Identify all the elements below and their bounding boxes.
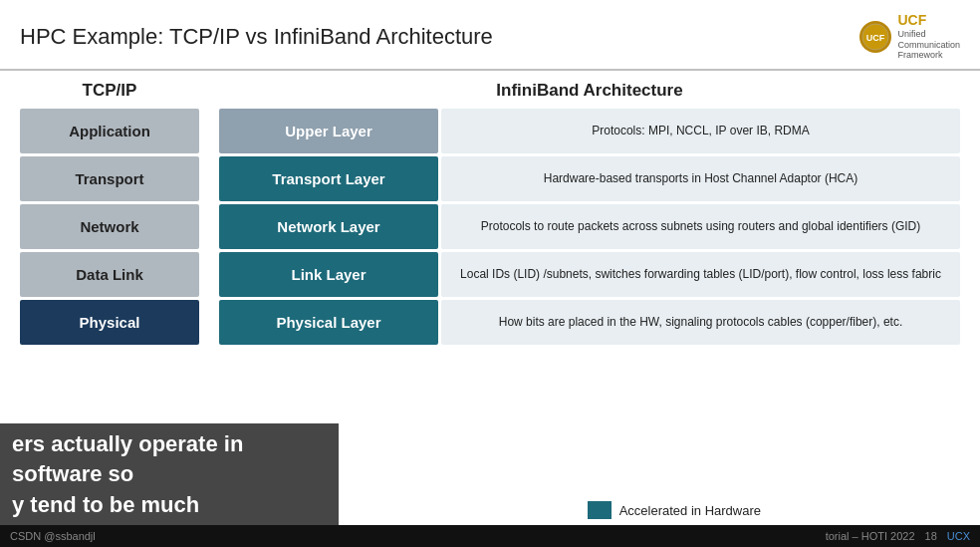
infiniband-grid: Upper Layer Protocols: MPI, NCCL, IP ove…	[219, 109, 960, 345]
tcpip-title: TCP/IP	[20, 81, 199, 101]
ib-desc-transport: Hardware-based transports in Host Channe…	[441, 156, 960, 201]
overlay-line2: y tend to be much	[12, 490, 327, 521]
legend-area: Accelerated in Hardware	[588, 501, 761, 519]
ib-desc-link: Local IDs (LID) /subnets, switches forwa…	[441, 252, 960, 297]
ucf-logo-text: UCF UnifiedCommunicationFramework	[897, 12, 960, 61]
footer-right: torial – HOTI 2022 18 UCX	[826, 530, 970, 542]
tcpip-column: TCP/IP Application Transport Network Dat…	[20, 81, 199, 345]
tcpip-layer-transport: Transport	[20, 156, 199, 201]
ucf-subtext: UnifiedCommunicationFramework	[897, 29, 960, 61]
ib-layer-transport: Transport Layer	[219, 156, 438, 201]
ib-desc-upper: Protocols: MPI, NCCL, IP over IB, RDMA	[441, 109, 960, 153]
slide: HPC Example: TCP/IP vs InfiniBand Archit…	[0, 0, 980, 547]
legend-label: Accelerated in Hardware	[619, 503, 761, 518]
ib-layer-upper: Upper Layer	[219, 109, 438, 153]
slide-number: 18	[925, 530, 937, 542]
legend-color-box	[588, 501, 612, 519]
ib-layer-physical: Physical Layer	[219, 300, 438, 345]
footer-left: CSDN @ssbandjl	[10, 530, 96, 542]
tcpip-layer-physical: Physical	[20, 300, 199, 345]
main-content: TCP/IP Application Transport Network Dat…	[0, 71, 980, 355]
tcpip-layers: Application Transport Network Data Link …	[20, 109, 199, 345]
header: HPC Example: TCP/IP vs InfiniBand Archit…	[0, 0, 980, 71]
infiniband-column: InfiniBand Architecture Upper Layer Prot…	[219, 81, 960, 345]
tcpip-layer-application: Application	[20, 109, 199, 153]
bottom-overlay-text: ers actually operate in software so y te…	[0, 423, 339, 527]
ucf-logo: UCF UCF UnifiedCommunicationFramework	[859, 12, 960, 61]
ucf-name: UCF	[897, 12, 960, 29]
tcpip-layer-datalink: Data Link	[20, 252, 199, 297]
ib-desc-network: Protocols to route packets across subnet…	[441, 204, 960, 249]
ib-desc-physical: How bits are placed in the HW, signaling…	[441, 300, 960, 345]
ib-layer-network: Network Layer	[219, 204, 438, 249]
tcpip-layer-network: Network	[20, 204, 199, 249]
overlay-line1: ers actually operate in software so	[12, 429, 327, 491]
bottom-bar: CSDN @ssbandjl torial – HOTI 2022 18 UCX	[0, 525, 980, 547]
slide-title: HPC Example: TCP/IP vs InfiniBand Archit…	[20, 24, 493, 50]
footer-tutorial: torial – HOTI 2022	[826, 530, 915, 542]
svg-text:UCF: UCF	[866, 33, 885, 43]
ib-layer-link: Link Layer	[219, 252, 438, 297]
ucf-logo-icon: UCF	[859, 21, 891, 53]
infiniband-title: InfiniBand Architecture	[219, 81, 960, 101]
footer-ucx: UCX	[947, 530, 970, 542]
